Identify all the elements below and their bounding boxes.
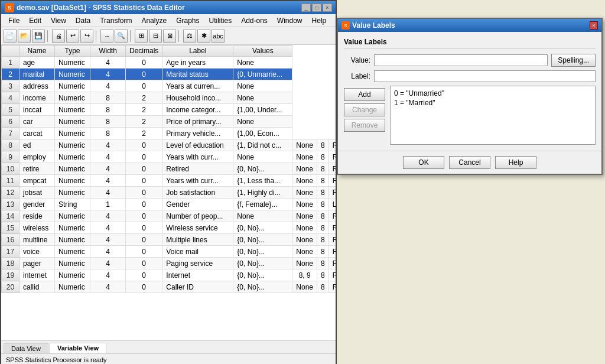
cell-label[interactable]: Income categor...: [162, 104, 233, 116]
goto-button[interactable]: →: [100, 30, 113, 43]
ok-button[interactable]: OK: [403, 156, 444, 169]
cell-align[interactable]: Right: [328, 269, 336, 281]
add-button[interactable]: Add: [344, 88, 385, 101]
menu-view[interactable]: View: [46, 15, 71, 26]
cell-name[interactable]: retire: [19, 163, 55, 175]
table-row[interactable]: 17voiceNumeric40Voice mail{0, No}...None…: [2, 246, 336, 258]
cell-decimals[interactable]: 0: [126, 246, 162, 258]
cell-name[interactable]: gender: [19, 199, 55, 210]
cell-type[interactable]: Numeric: [55, 234, 90, 246]
cell-type[interactable]: Numeric: [55, 80, 90, 92]
cell-name[interactable]: jobsat: [19, 187, 55, 199]
table-row[interactable]: 5inccatNumeric82Income categor...{1,00, …: [2, 104, 336, 116]
cell-col[interactable]: 8: [317, 281, 329, 293]
split-button[interactable]: ⊠: [163, 30, 176, 43]
cell-width[interactable]: 4: [90, 222, 126, 234]
cell-decimals[interactable]: 0: [126, 258, 162, 269]
table-row[interactable]: 4incomeNumeric82Household inco...None: [2, 92, 336, 104]
cell-name[interactable]: income: [19, 92, 55, 104]
cell-name[interactable]: pager: [19, 258, 55, 269]
table-row[interactable]: 1ageNumeric40Age in yearsNone: [2, 57, 336, 69]
cell-missing[interactable]: None: [292, 258, 317, 269]
cell-decimals[interactable]: 0: [126, 80, 162, 92]
cell-decimals[interactable]: 0: [126, 69, 162, 80]
cell-missing[interactable]: None: [292, 187, 317, 199]
cell-name[interactable]: marital: [19, 69, 55, 80]
minimize-button[interactable]: _: [301, 4, 311, 12]
cell-type[interactable]: Numeric: [55, 269, 90, 281]
cell-type[interactable]: Numeric: [55, 175, 90, 187]
cell-values[interactable]: {1,00, Under...: [233, 104, 292, 116]
menu-graphs[interactable]: Graphs: [171, 15, 204, 26]
cell-type[interactable]: Numeric: [55, 210, 90, 222]
table-row[interactable]: 12jobsatNumeric40Job satisfaction{1, Hig…: [2, 187, 336, 199]
menu-transform[interactable]: Transform: [95, 15, 136, 26]
cell-type[interactable]: Numeric: [55, 151, 90, 163]
cell-name[interactable]: address: [19, 80, 55, 92]
cell-width[interactable]: 4: [90, 246, 126, 258]
cell-decimals[interactable]: 0: [126, 57, 162, 69]
cell-missing[interactable]: None: [292, 281, 317, 293]
cell-col[interactable]: 8: [317, 151, 329, 163]
cell-decimals[interactable]: 2: [126, 128, 162, 139]
cell-width[interactable]: 4: [90, 139, 126, 151]
table-row[interactable]: 13genderString10Gender{f, Female}...None…: [2, 199, 336, 210]
menu-file[interactable]: File: [4, 15, 24, 26]
cell-label[interactable]: Wireless service: [162, 222, 233, 234]
cell-align[interactable]: Right: [328, 246, 336, 258]
row-number[interactable]: 15: [2, 222, 19, 234]
row-number[interactable]: 12: [2, 187, 19, 199]
save-button[interactable]: 💾: [32, 30, 45, 43]
cell-width[interactable]: 4: [90, 69, 126, 80]
cell-label[interactable]: Years at curren...: [162, 80, 233, 92]
cell-label[interactable]: Price of primary...: [162, 116, 233, 128]
cell-label[interactable]: Gender: [162, 199, 233, 210]
value-labels-dialog[interactable]: S Value Labels × Value Labels Value: Spe…: [337, 18, 603, 175]
cell-missing[interactable]: None: [292, 175, 317, 187]
tab-variable-view[interactable]: Variable View: [50, 343, 106, 353]
cell-missing[interactable]: None: [292, 210, 317, 222]
cell-decimals[interactable]: 0: [126, 187, 162, 199]
cell-width[interactable]: 8: [90, 92, 126, 104]
cell-missing[interactable]: None: [292, 139, 317, 151]
cell-label[interactable]: Years with curr...: [162, 151, 233, 163]
cell-values[interactable]: {0, No}...: [233, 234, 292, 246]
cell-label[interactable]: Internet: [162, 269, 233, 281]
cell-label[interactable]: Retired: [162, 163, 233, 175]
cell-label[interactable]: Number of peop...: [162, 210, 233, 222]
cell-values[interactable]: {0, No}...: [233, 269, 292, 281]
table-row[interactable]: 18pagerNumeric40Paging service{0, No}...…: [2, 258, 336, 269]
cell-width[interactable]: 4: [90, 57, 126, 69]
cell-type[interactable]: Numeric: [55, 281, 90, 293]
dialog-close-button[interactable]: ×: [590, 21, 598, 30]
menu-data[interactable]: Data: [71, 15, 95, 26]
cell-values[interactable]: {1, Did not c...: [233, 139, 292, 151]
col-header-width[interactable]: Width: [90, 46, 126, 57]
open-file-button[interactable]: 📂: [18, 30, 31, 43]
cell-decimals[interactable]: 2: [126, 116, 162, 128]
cell-type[interactable]: Numeric: [55, 222, 90, 234]
row-number[interactable]: 7: [2, 128, 19, 139]
cell-missing[interactable]: None: [292, 199, 317, 210]
insert-vars-button[interactable]: ⊟: [149, 30, 162, 43]
cell-values[interactable]: {0, Unmarrie...: [233, 69, 292, 80]
tab-data-view[interactable]: Data View: [4, 343, 48, 353]
cancel-button[interactable]: Cancel: [449, 156, 490, 169]
cell-col[interactable]: 8: [317, 269, 329, 281]
table-row[interactable]: 7carcatNumeric82Primary vehicle...{1,00,…: [2, 128, 336, 139]
value-input[interactable]: [374, 54, 548, 66]
cell-width[interactable]: 4: [90, 210, 126, 222]
cell-name[interactable]: wireless: [19, 222, 55, 234]
cell-align[interactable]: Right: [328, 163, 336, 175]
row-number[interactable]: 1: [2, 57, 19, 69]
cell-type[interactable]: Numeric: [55, 163, 90, 175]
row-number[interactable]: 16: [2, 234, 19, 246]
table-row[interactable]: 11empcatNumeric40Years with curr...{1, L…: [2, 175, 336, 187]
cell-width[interactable]: 4: [90, 163, 126, 175]
cell-width[interactable]: 4: [90, 258, 126, 269]
cell-col[interactable]: 8: [317, 246, 329, 258]
cell-name[interactable]: callid: [19, 281, 55, 293]
cell-type[interactable]: Numeric: [55, 116, 90, 128]
redo-button[interactable]: ↪: [80, 30, 93, 43]
new-file-button[interactable]: 📄: [4, 30, 17, 43]
